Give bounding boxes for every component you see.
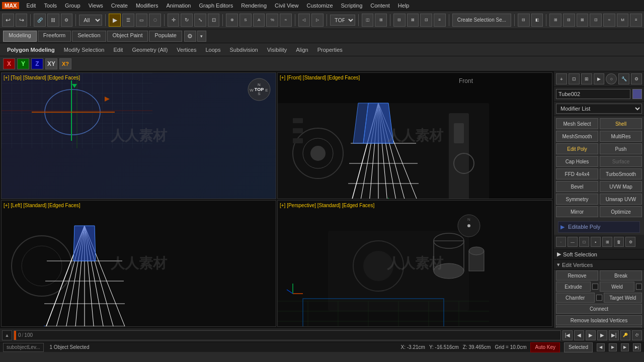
- subdivision-btn[interactable]: Subdivision: [225, 46, 262, 54]
- weld-button[interactable]: Weld: [600, 282, 634, 292]
- tab-selection[interactable]: Selection: [72, 31, 106, 42]
- viewport-top[interactable]: [+] [Top] [Standard] [Edged Faces]: [1, 72, 276, 199]
- status-end-button[interactable]: ▶|: [633, 343, 641, 351]
- loops-btn[interactable]: Loops: [201, 46, 224, 54]
- undo-button[interactable]: ↩: [2, 14, 14, 27]
- go-to-end-button[interactable]: ▶|: [609, 330, 619, 340]
- uvw-map-button[interactable]: UVW Map: [600, 181, 642, 192]
- extrude-button[interactable]: Extrude: [556, 282, 591, 292]
- border-icon[interactable]: □: [579, 237, 589, 247]
- reference-coord-dropdown[interactable]: TOP: [330, 15, 355, 26]
- menu-tools[interactable]: Tools: [40, 2, 61, 10]
- toolbar2-settings-button[interactable]: ⚙: [184, 31, 196, 42]
- rp-plus-icon[interactable]: +: [556, 73, 567, 84]
- undo2-button[interactable]: ◁: [298, 14, 310, 27]
- material-editor-button[interactable]: M: [617, 14, 629, 27]
- turbosmooth-button[interactable]: TurboSmooth: [600, 168, 642, 179]
- angle-snap-button[interactable]: A: [253, 14, 265, 27]
- select-object-button[interactable]: ▶: [109, 14, 121, 27]
- menu-animation[interactable]: Animation: [163, 2, 195, 10]
- select-by-name-button[interactable]: ☰: [122, 14, 134, 27]
- optimize-button[interactable]: Optimize: [600, 206, 642, 217]
- shell-button[interactable]: Shell: [600, 118, 642, 129]
- remove-button[interactable]: Remove: [556, 270, 598, 281]
- status-next-button[interactable]: ▶: [621, 343, 629, 351]
- toolbar2-expand-button[interactable]: ▾: [197, 31, 206, 42]
- multires-button[interactable]: MultiRes: [600, 131, 642, 142]
- next-frame-button[interactable]: ▶: [597, 330, 607, 340]
- editable-poly-item[interactable]: ▶ Editable Poly: [558, 221, 640, 233]
- chamfer-button[interactable]: Chamfer: [556, 293, 595, 303]
- axis-xy-button[interactable]: XY: [45, 58, 57, 69]
- go-to-start-button[interactable]: |◀: [562, 330, 573, 340]
- menu-graph-editors[interactable]: Graph Editors: [195, 2, 237, 10]
- align-button[interactable]: ⊠: [407, 14, 419, 27]
- align-btn[interactable]: Align: [292, 46, 312, 54]
- axis-y-button[interactable]: Y: [17, 58, 29, 69]
- push-button[interactable]: Push: [600, 143, 642, 154]
- scale-button[interactable]: ⤡: [194, 14, 206, 27]
- menu-create[interactable]: Create: [107, 2, 132, 10]
- visibility-btn[interactable]: Visibility: [263, 46, 291, 54]
- weld-settings-box[interactable]: [636, 284, 642, 290]
- bind-to-space-warp[interactable]: ⚙: [61, 14, 73, 27]
- play-animation-button[interactable]: ▶: [586, 330, 596, 340]
- connect-button[interactable]: Connect: [556, 304, 642, 314]
- lasso-select-button[interactable]: ◌: [149, 14, 161, 27]
- redo2-button[interactable]: ▷: [311, 14, 324, 27]
- menu-content[interactable]: Content: [366, 2, 394, 10]
- menu-views[interactable]: Views: [85, 2, 107, 10]
- layer-button[interactable]: ⊟: [518, 14, 530, 27]
- menu-edit[interactable]: Edit: [22, 2, 40, 10]
- edit-poly-button[interactable]: Edit Poly: [556, 143, 598, 154]
- scene-exp-button[interactable]: ◧: [531, 14, 543, 27]
- rect-select-button[interactable]: ▭: [136, 14, 148, 27]
- extrude-settings-box[interactable]: [592, 284, 598, 290]
- menu-scripting[interactable]: Scripting: [337, 2, 367, 10]
- key-mode-button[interactable]: 🔑: [620, 330, 630, 340]
- render-setup-button[interactable]: ⊞: [549, 14, 561, 27]
- remove-isolated-button[interactable]: Remove Isolated Vertices: [556, 315, 642, 325]
- axis-z-button[interactable]: Z: [31, 58, 43, 69]
- viewport-front[interactable]: [+] [Front] [Standard] [Edged Faces] Fro…: [277, 72, 552, 199]
- element-icon[interactable]: ⊞: [602, 237, 612, 247]
- spinner-snap-button[interactable]: ≈: [280, 14, 292, 27]
- active-shade-button[interactable]: ⊡: [590, 14, 602, 27]
- cap-holes-button[interactable]: Cap Holes: [556, 156, 598, 167]
- menu-modifiers[interactable]: Modifiers: [132, 2, 163, 10]
- poly-modeling-btn[interactable]: Polygon Modeling: [3, 46, 59, 54]
- rp-motion-icon[interactable]: ▶: [594, 73, 605, 84]
- select-filter-dropdown[interactable]: All: [79, 15, 102, 26]
- menu-help[interactable]: Help: [394, 2, 414, 10]
- link-button[interactable]: 🔗: [34, 14, 46, 27]
- unwrap-uvw-button[interactable]: Unwrap UVW: [600, 194, 642, 205]
- status-play-button[interactable]: ▶: [609, 343, 617, 351]
- scale2-button[interactable]: ⊡: [208, 14, 220, 27]
- select-move-button[interactable]: ✛: [168, 14, 180, 27]
- render-message-button[interactable]: ≡: [630, 14, 642, 27]
- rp-hierarchy-icon[interactable]: ⊞: [581, 73, 592, 84]
- tab-object-paint[interactable]: Object Paint: [107, 31, 148, 42]
- object-color-swatch[interactable]: [632, 89, 642, 99]
- soft-selection-header[interactable]: ▶ Soft Selection: [554, 249, 644, 259]
- menu-civil-view[interactable]: Civil View: [271, 2, 302, 10]
- axis-xq-button[interactable]: X?: [59, 58, 71, 69]
- menu-customize[interactable]: Customize: [303, 2, 337, 10]
- settings2-icon[interactable]: ⚙: [625, 237, 635, 247]
- rp-utilities-icon[interactable]: 🔧: [618, 73, 629, 84]
- expand-toggle[interactable]: ▲: [2, 330, 12, 340]
- object-name-input[interactable]: [556, 89, 630, 99]
- delete-icon[interactable]: 🗑: [614, 237, 624, 247]
- chamfer-settings-box[interactable]: [596, 295, 602, 301]
- mirror-button[interactable]: ⊟: [393, 14, 406, 27]
- mirror-modifier-button[interactable]: Mirror: [556, 206, 598, 217]
- app-logo[interactable]: MAX: [2, 2, 19, 9]
- surface-button[interactable]: Surface: [600, 156, 642, 167]
- unlink-button[interactable]: ⛓: [47, 14, 59, 27]
- tab-freeform[interactable]: Freeform: [38, 31, 71, 42]
- rp-settings-icon[interactable]: ⚙: [631, 73, 642, 84]
- edit-vertices-header[interactable]: ▾ Edit Vertices: [554, 259, 644, 270]
- rp-select-icon[interactable]: ⊡: [569, 73, 580, 84]
- mesh-select-button[interactable]: Mesh Select: [556, 118, 598, 129]
- viewport-perspective[interactable]: [+] [Perspective] [Standard] [Edged Face…: [277, 200, 552, 327]
